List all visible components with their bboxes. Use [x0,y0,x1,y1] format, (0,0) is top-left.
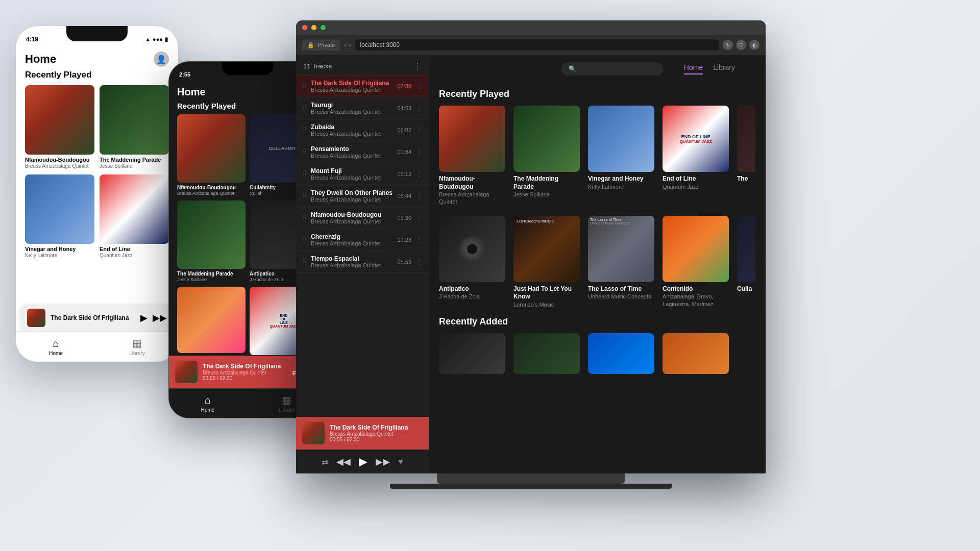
drag-handle: ⠿ [302,127,307,134]
album-name: Culla [737,285,755,293]
track-info: Zubaida Breuss Arrizabalaga Quintet [311,123,393,137]
table-row[interactable]: ⠿ Pensamiento Breuss Arrizabalaga Quinte… [296,141,429,163]
list-item[interactable]: ANTIPATICO Antipatico J Hacha de Zola [439,216,505,308]
nav-tabs: Home Library [684,63,735,74]
browser-tab[interactable]: 🔒 Private [302,40,340,51]
track-more-icon[interactable]: ⋮ [415,214,423,222]
list-item[interactable]: Nfamoudou-Boudougou Breuss Arrizabalaga … [25,85,94,169]
table-row[interactable]: ⠿ Cherenzig Breuss Arrizabalaga Quintet … [296,229,429,251]
laptop-stand [437,473,625,484]
url-bar[interactable]: localhost:3000 [355,39,719,51]
track-title: Cherenzig [311,233,393,240]
table-row[interactable]: ⠿ Nfamoudou-Boudougou Breuss Arrizabalag… [296,207,429,229]
list-item[interactable]: The [737,106,755,206]
iphone-left-avatar[interactable]: 👤 [154,52,169,67]
list-item[interactable]: Nfamoudou-Boudougou Breuss Arrizabalaga … [177,114,246,196]
list-item[interactable]: Culla [737,216,755,308]
track-more-icon[interactable]: ⋮ [415,258,423,266]
tab-home[interactable]: Home [684,63,703,74]
list-item[interactable]: Nfamoudou-Boudougou Breuss Arrizabalaga … [439,106,505,206]
album-artist: Breuss Arrizabalaga Quintet [439,191,505,206]
list-item[interactable]: The Maddening Parade Jesse Spillane [100,85,169,169]
track-duration: 04:53 [397,105,411,111]
tab-library[interactable]: ▦ Library [129,337,145,356]
list-item[interactable]: The Maddening Parade Jesse Spillane [177,201,246,283]
track-more-icon[interactable]: ⋮ [415,192,423,200]
table-row[interactable]: ⠿ The Dark Side Of Frigiliana Breuss Arr… [296,76,429,97]
table-row[interactable]: ⠿ Tiempo Espacial Breuss Arrizabalaga Qu… [296,251,429,273]
table-row[interactable]: ⠿ Tsurugi Breuss Arrizabalaga Quintet 04… [296,97,429,119]
iphone-left-mini-player[interactable]: The Dark Side Of Frigiliana ▶ ▶▶ [21,305,173,331]
shield-icon[interactable]: 🛡 [736,40,746,50]
shuffle-button[interactable]: ⇄ [322,457,328,467]
track-title: The Dark Side Of Frigiliana [311,80,393,87]
tab-library[interactable]: Library [713,63,735,74]
track-more-icon[interactable]: ⋮ [415,170,423,178]
list-item[interactable] [177,287,246,357]
table-row[interactable]: ⠿ Mount Fuji Breuss Arrizabalaga Quintet… [296,163,429,185]
back-button[interactable]: ‹ [344,41,347,49]
table-row[interactable]: ⠿ Zubaida Breuss Arrizabalaga Quintet 06… [296,119,429,141]
track-more-icon[interactable]: ⋮ [415,236,423,244]
heart-button[interactable]: ♥ [398,457,403,466]
album-name: Nfamoudou-Boudougou [177,185,246,191]
list-item[interactable] [663,333,729,377]
drag-handle: ⠿ [302,214,307,221]
list-item[interactable]: End of Line Quantum Jazz [100,174,169,259]
list-item[interactable]: Contenido Arrizabalaga, Bravo, Laginestr… [663,216,729,308]
mini-player-thumb [27,309,45,327]
track-info: Pensamiento Breuss Arrizabalaga Quintet [311,145,393,159]
track-info: The Dark Side Of Frigiliana Breuss Arriz… [311,80,393,93]
battery-icon: ▮ [165,36,168,43]
track-more-icon[interactable]: ⋮ [415,104,423,112]
tab-library[interactable]: ▦ Library [279,394,295,413]
sidebar-now-playing-thumb [302,422,325,444]
album-thumb [439,333,505,374]
sidebar-np-track: The Dark Side Of Frigiliana [330,424,423,431]
album-thumb: The Lasso of TimeUnheard Music Concepts [588,216,654,282]
album-thumb-contenido [177,287,246,353]
close-dot[interactable] [302,25,307,30]
track-more-icon[interactable]: ⋮ [415,82,423,90]
track-list: ⠿ The Dark Side Of Frigiliana Breuss Arr… [296,76,429,417]
tracks-count: 11 Tracks [303,62,332,70]
main-content: 🔍 Home Library Recently Played Nfam [429,55,766,473]
tab-home[interactable]: ⌂ Home [201,394,215,413]
mini-player-info: The Dark Side Of Frigiliana [51,314,135,321]
album-artist: Arrizabalaga, Bravo, Laginestra, Martine… [663,293,729,308]
track-more-icon[interactable]: ⋮ [415,148,423,156]
next-button[interactable]: ▶▶ [376,456,390,467]
list-item[interactable]: END OF LINEQUANTUM JAZZ End of Line Quan… [663,106,729,206]
track-info: Mount Fuji Breuss Arrizabalaga Quintet [311,167,393,181]
forward-button[interactable]: › [349,41,351,49]
list-item[interactable] [588,333,654,377]
list-item[interactable] [439,333,505,377]
prev-button[interactable]: ◀◀ [336,456,351,467]
search-bar[interactable]: 🔍 [561,62,664,76]
list-item[interactable]: The Lasso of TimeUnheard Music Concepts … [588,216,654,308]
tab-home[interactable]: ⌂ Home [49,338,63,356]
album-name: Just Had To Let You Know [513,285,580,301]
track-more-icon[interactable]: ⋮ [415,126,423,134]
table-row[interactable]: ⠿ They Dwell On Other Planes Breuss Arri… [296,185,429,207]
list-item[interactable]: LORENZO'S MUSIC Just Had To Let You Know… [513,216,580,308]
album-artist: Breuss Arrizabalaga Quintet [25,163,94,169]
maximize-dot[interactable] [321,25,326,30]
now-playing-info: The Dark Side Of Frigiliana Breuss Arriz… [203,363,287,381]
album-name: Vinegar and Honey [25,246,94,253]
album-artist: Breuss Arrizabalaga Quintet [177,191,246,196]
minimize-dot[interactable] [311,25,316,30]
list-item[interactable]: Vinegar and Honey Kelly Latimore [25,174,94,259]
list-item[interactable]: The Maddening Parade Jesse Spillane [513,106,580,206]
list-item[interactable]: Vinegar and Honey Kelly Latimore [588,106,654,206]
more-icon[interactable]: ⋮ [413,61,422,71]
reload-icon[interactable]: ↻ [723,40,733,50]
track-artist: Breuss Arrizabalaga Quintet [311,153,393,159]
iphone-left-tab-bar: ⌂ Home ▦ Library [16,331,178,362]
play-pause-button[interactable]: ▶ [359,455,368,468]
play-button[interactable]: ▶ [140,312,148,323]
theme-icon[interactable]: ◐ [749,40,760,50]
album-artist: Kelly Latimore [25,253,94,259]
list-item[interactable] [513,333,580,377]
next-button[interactable]: ▶▶ [153,312,167,323]
